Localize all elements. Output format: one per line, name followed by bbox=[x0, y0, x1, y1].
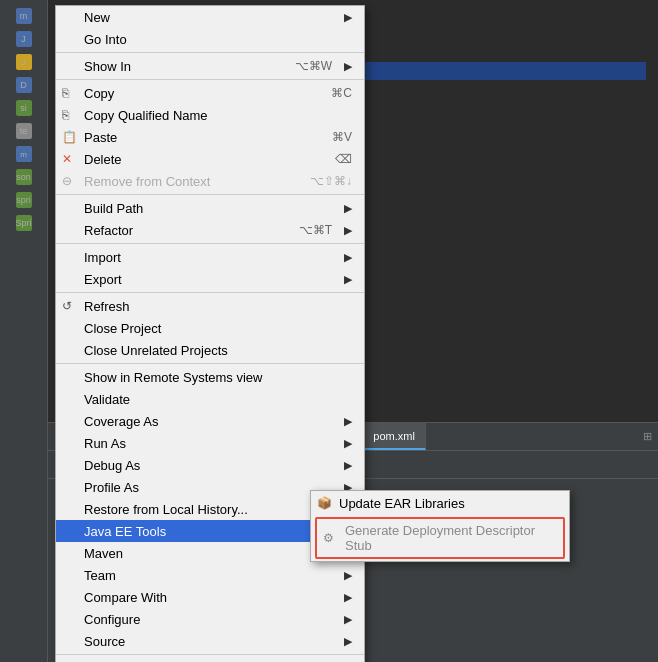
menu-item-remove-context[interactable]: ⊖ Remove from Context ⌥⇧⌘↓ bbox=[56, 170, 364, 192]
sidebar-item-4[interactable]: D bbox=[16, 77, 32, 93]
gear-icon: ⚙ bbox=[323, 531, 334, 545]
sidebar-item-8[interactable]: son bbox=[16, 169, 32, 185]
paste-icon: 📋 bbox=[62, 130, 77, 144]
separator-6 bbox=[56, 363, 364, 364]
menu-item-run-as[interactable]: Run As ▶ bbox=[56, 432, 364, 454]
remove-context-icon: ⊖ bbox=[62, 174, 72, 188]
submenu-arrow-refactor: ▶ bbox=[344, 224, 352, 237]
separator-3 bbox=[56, 194, 364, 195]
menu-item-show-in[interactable]: Show In ⌥⌘W ▶ bbox=[56, 55, 364, 77]
separator-2 bbox=[56, 79, 364, 80]
sidebar-item-1[interactable]: m bbox=[16, 8, 32, 24]
separator-7 bbox=[56, 654, 364, 655]
menu-item-close-project[interactable]: Close Project bbox=[56, 317, 364, 339]
sidebar-item-5[interactable]: si bbox=[16, 100, 32, 116]
menu-item-team[interactable]: Team ▶ bbox=[56, 564, 364, 586]
submenu-arrow-coverage-as: ▶ bbox=[344, 415, 352, 428]
sidebar-item-6[interactable]: te bbox=[16, 123, 32, 139]
menu-item-source[interactable]: Source ▶ bbox=[56, 630, 364, 652]
menu-item-import[interactable]: Import ▶ bbox=[56, 246, 364, 268]
menu-item-go-into[interactable]: Go Into bbox=[56, 28, 364, 50]
ear-icon: 📦 bbox=[317, 496, 332, 510]
delete-icon: ✕ bbox=[62, 152, 72, 166]
menu-item-export[interactable]: Export ▶ bbox=[56, 268, 364, 290]
menu-item-configure[interactable]: Configure ▶ bbox=[56, 608, 364, 630]
sidebar-item-3[interactable]: J bbox=[16, 54, 32, 70]
menu-item-compare-with[interactable]: Compare With ▶ bbox=[56, 586, 364, 608]
submenu-arrow-export: ▶ bbox=[344, 273, 352, 286]
separator-5 bbox=[56, 292, 364, 293]
submenu-arrow-import: ▶ bbox=[344, 251, 352, 264]
menu-item-copy-qualified[interactable]: ⎘ Copy Qualified Name bbox=[56, 104, 364, 126]
submenu-arrow-run-as: ▶ bbox=[344, 437, 352, 450]
separator-1 bbox=[56, 52, 364, 53]
menu-item-properties[interactable]: Properties ⌘I bbox=[56, 657, 364, 662]
submenu-arrow-new: ▶ bbox=[344, 11, 352, 24]
menu-item-build-path[interactable]: Build Path ▶ bbox=[56, 197, 364, 219]
menu-item-refactor[interactable]: Refactor ⌥⌘T ▶ bbox=[56, 219, 364, 241]
context-menu: New ▶ Go Into Show In ⌥⌘W ▶ ⎘ Copy ⌘C ⎘ … bbox=[55, 5, 365, 662]
submenu-arrow-debug-as: ▶ bbox=[344, 459, 352, 472]
java-ee-tools-submenu: 📦 Update EAR Libraries ⚙ Generate Deploy… bbox=[310, 490, 570, 562]
refresh-icon: ↺ bbox=[62, 299, 72, 313]
copy-icon: ⎘ bbox=[62, 86, 69, 100]
sidebar-item-9[interactable]: spri bbox=[16, 192, 32, 208]
submenu-arrow-team: ▶ bbox=[344, 569, 352, 582]
separator-4 bbox=[56, 243, 364, 244]
menu-item-refresh[interactable]: ↺ Refresh bbox=[56, 295, 364, 317]
menu-item-close-unrelated[interactable]: Close Unrelated Projects bbox=[56, 339, 364, 361]
menu-item-new[interactable]: New ▶ bbox=[56, 6, 364, 28]
submenu-arrow-build-path: ▶ bbox=[344, 202, 352, 215]
submenu-item-generate-descriptor[interactable]: ⚙ Generate Deployment Descriptor Stub bbox=[315, 517, 565, 559]
sidebar: m J J D si te m son spri Spri bbox=[0, 0, 48, 662]
menu-item-debug-as[interactable]: Debug As ▶ bbox=[56, 454, 364, 476]
submenu-arrow-source: ▶ bbox=[344, 635, 352, 648]
sidebar-item-7[interactable]: m bbox=[16, 146, 32, 162]
sidebar-item-10[interactable]: Spri bbox=[16, 215, 32, 231]
submenu-arrow-configure: ▶ bbox=[344, 613, 352, 626]
menu-item-paste[interactable]: 📋 Paste ⌘V bbox=[56, 126, 364, 148]
menu-item-coverage-as[interactable]: Coverage As ▶ bbox=[56, 410, 364, 432]
submenu-item-update-ear[interactable]: 📦 Update EAR Libraries bbox=[311, 491, 569, 515]
menu-item-delete[interactable]: ✕ Delete ⌫ bbox=[56, 148, 364, 170]
submenu-arrow-show-in: ▶ bbox=[344, 60, 352, 73]
tab-expand-icon[interactable]: ⊞ bbox=[643, 430, 658, 443]
menu-item-show-remote[interactable]: Show in Remote Systems view bbox=[56, 366, 364, 388]
submenu-arrow-compare-with: ▶ bbox=[344, 591, 352, 604]
menu-item-validate[interactable]: Validate bbox=[56, 388, 364, 410]
tab-pom-xml[interactable]: pom.xml bbox=[363, 423, 426, 450]
menu-item-copy[interactable]: ⎘ Copy ⌘C bbox=[56, 82, 364, 104]
sidebar-item-2[interactable]: J bbox=[16, 31, 32, 47]
copy-qualified-icon: ⎘ bbox=[62, 108, 69, 122]
